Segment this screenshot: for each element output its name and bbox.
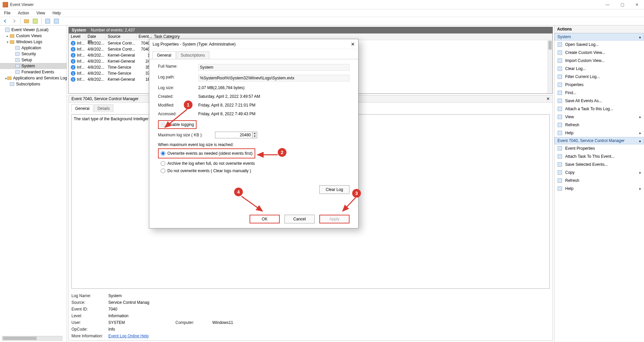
window-title: Event Viewer xyxy=(10,2,34,7)
dialog-close-icon[interactable]: ✕ xyxy=(351,42,355,47)
svg-rect-5 xyxy=(10,35,14,38)
tree-apps-services[interactable]: ▸Applications and Services Logs xyxy=(0,75,67,81)
event-log-help-link[interactable]: Event Log Online Help xyxy=(108,334,149,338)
detail-tab-general[interactable]: General xyxy=(71,105,93,112)
tree-log-security[interactable]: Security xyxy=(0,51,67,57)
svg-rect-23 xyxy=(558,115,562,119)
tree-log-system[interactable]: System xyxy=(0,63,67,69)
svg-rect-15 xyxy=(558,51,562,55)
svg-rect-19 xyxy=(558,83,562,87)
collapse-icon: ▴ xyxy=(639,138,641,143)
svg-rect-9 xyxy=(15,58,19,62)
ok-button[interactable]: OK xyxy=(250,215,280,223)
close-button[interactable]: ✕ xyxy=(633,2,641,7)
radio-overwrite[interactable]: Overwrite events as needed (oldest event… xyxy=(161,150,253,157)
action-item[interactable]: Open Saved Log... xyxy=(554,41,644,49)
max-log-size-input[interactable]: ▲▼ xyxy=(215,132,257,138)
collapse-icon: ▴ xyxy=(639,35,641,39)
tree-panel: Event Viewer (Local) ▸Custom Views ▾Wind… xyxy=(0,25,67,342)
svg-rect-2 xyxy=(45,19,50,23)
action-item[interactable]: Refresh xyxy=(554,177,644,185)
grid-caption: System Number of events: 2,437 xyxy=(68,27,553,33)
menu-action[interactable]: Action xyxy=(16,10,30,16)
action-item[interactable]: Copy▸ xyxy=(554,168,644,177)
action-item[interactable]: Create Custom View... xyxy=(554,49,644,57)
titlebar: Event Viewer — ▢ ✕ xyxy=(0,0,644,9)
forward-button[interactable] xyxy=(11,18,17,24)
action-item[interactable]: Properties xyxy=(554,81,644,89)
action-item[interactable]: Help▸ xyxy=(554,129,644,137)
svg-rect-22 xyxy=(558,107,562,111)
cancel-button[interactable]: Cancel xyxy=(284,215,315,223)
tree-log-application[interactable]: Application xyxy=(0,45,67,51)
toolbar-icon-2[interactable] xyxy=(32,18,39,24)
actions-section-system[interactable]: System▴ xyxy=(554,33,644,41)
svg-rect-25 xyxy=(558,131,562,135)
tree-subscriptions[interactable]: Subscriptions xyxy=(0,81,67,87)
svg-rect-6 xyxy=(10,41,14,44)
action-item[interactable]: Import Custom View... xyxy=(554,57,644,65)
dialog-tab-general[interactable]: General xyxy=(153,51,176,59)
col-date[interactable]: Date an... xyxy=(86,33,106,40)
svg-rect-11 xyxy=(15,70,19,74)
grid-scrollbar[interactable] xyxy=(547,40,552,93)
svg-rect-14 xyxy=(558,43,562,47)
svg-rect-21 xyxy=(558,99,562,103)
detail-tab-details[interactable]: Details xyxy=(94,105,114,112)
action-item[interactable]: Event Properties xyxy=(554,144,644,152)
svg-rect-16 xyxy=(558,59,562,63)
fullname-field: System xyxy=(198,64,350,71)
action-item[interactable]: Filter Current Log... xyxy=(554,73,644,81)
action-item[interactable]: Help▸ xyxy=(554,185,644,193)
clear-log-button[interactable]: Clear Log xyxy=(319,185,350,194)
action-item[interactable]: Attach a Task To this Log... xyxy=(554,105,644,113)
action-item[interactable]: Find... xyxy=(554,89,644,97)
actions-section-event[interactable]: Event 7040, Service Control Manager▴ xyxy=(554,137,644,144)
menu-file[interactable]: File xyxy=(3,10,12,16)
svg-rect-18 xyxy=(558,75,562,79)
col-source[interactable]: Source xyxy=(106,33,137,40)
toolbar xyxy=(0,17,644,25)
action-item[interactable]: Save All Events As... xyxy=(554,97,644,105)
tree-log-setup[interactable]: Setup xyxy=(0,57,67,63)
badge-2: 2 xyxy=(278,148,286,157)
toolbar-icon-3[interactable] xyxy=(44,18,51,24)
toolbar-icon-4[interactable] xyxy=(53,18,60,24)
radio-nooverwrite[interactable]: Do not overwrite events ( Clear logs man… xyxy=(158,167,350,175)
logpath-field: %SystemRoot%\System32\Winevt\Logs\System… xyxy=(198,75,350,81)
tree-custom-views[interactable]: ▸Custom Views xyxy=(0,33,67,39)
actions-panel: Actions System▴ Open Saved Log...Create … xyxy=(554,25,644,342)
app-icon xyxy=(3,2,8,7)
tree-windows-logs[interactable]: ▾Windows Logs xyxy=(0,39,67,45)
action-item[interactable]: View▸ xyxy=(554,113,644,121)
action-item[interactable]: Save Selected Events... xyxy=(554,160,644,168)
svg-rect-27 xyxy=(558,154,562,158)
dialog-tab-subscriptions[interactable]: Subscriptions xyxy=(176,51,209,59)
tree-root[interactable]: Event Viewer (Local) xyxy=(0,27,67,33)
prop-logname-label: Log Name: xyxy=(71,293,108,298)
tree-log-forwarded[interactable]: Forwarded Events xyxy=(0,69,67,75)
toolbar-icon-1[interactable] xyxy=(23,18,30,24)
svg-rect-26 xyxy=(558,146,562,150)
svg-rect-10 xyxy=(15,64,19,68)
svg-rect-3 xyxy=(54,19,59,23)
svg-rect-4 xyxy=(5,28,9,32)
menu-help[interactable]: Help xyxy=(51,10,62,16)
tree-scrollbar[interactable] xyxy=(2,336,62,341)
minimize-button[interactable]: — xyxy=(603,2,612,7)
radio-archive[interactable]: Archive the log when full, do not overwr… xyxy=(158,160,350,167)
action-item[interactable]: Refresh xyxy=(554,121,644,129)
svg-rect-31 xyxy=(558,187,562,191)
action-item[interactable]: Attach Task To This Event... xyxy=(554,152,644,160)
back-button[interactable] xyxy=(2,18,9,24)
menu-view[interactable]: View xyxy=(35,10,47,16)
detail-close-icon[interactable]: ✕ xyxy=(546,96,550,101)
action-item[interactable]: Clear Log... xyxy=(554,65,644,73)
col-level[interactable]: Level xyxy=(69,33,86,40)
badge-4: 4 xyxy=(234,188,243,196)
apply-button[interactable]: Apply xyxy=(319,215,350,223)
actions-header: Actions xyxy=(554,25,644,33)
maximize-button[interactable]: ▢ xyxy=(618,2,627,7)
svg-rect-24 xyxy=(558,123,562,127)
svg-rect-8 xyxy=(15,52,19,56)
